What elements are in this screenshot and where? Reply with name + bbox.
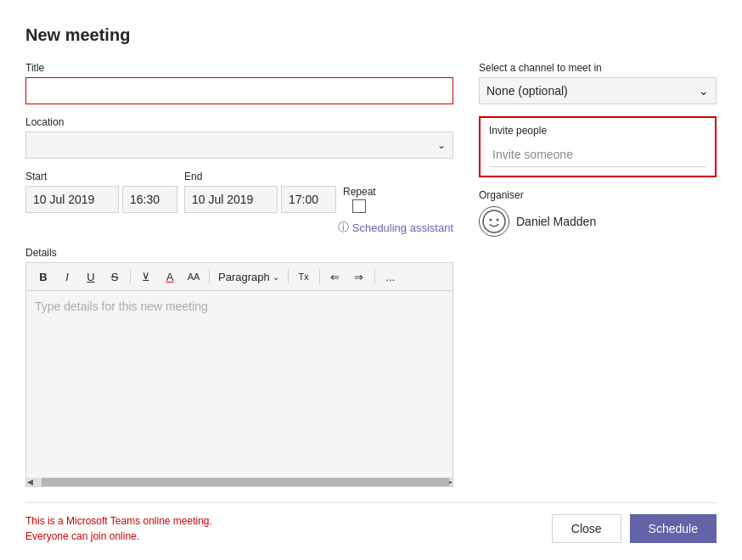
chevron-down-icon: ⌄ [699,84,709,98]
increase-indent-button[interactable]: ⇒ [349,266,369,287]
underline-button[interactable]: U [81,266,101,287]
clock-icon: ⓘ [338,220,349,235]
end-date-picker[interactable]: 10 Jul 2019 [184,186,278,213]
avatar [479,206,509,237]
font-color-button[interactable]: A [160,266,180,287]
start-group: Start 10 Jul 2019 16:30 [25,171,177,213]
italic-button[interactable]: I [57,266,77,287]
repeat-group: Repeat [343,186,376,213]
channel-label: Select a channel to meet in [479,62,717,74]
scroll-left-arrow[interactable]: ◀ [26,479,33,485]
start-label: Start [25,171,177,182]
location-field-group: Location ⌄ [25,116,453,159]
channel-select[interactable]: None (optional) ⌄ [479,77,717,104]
organiser-info: Daniel Madden [479,206,717,237]
editor-body[interactable]: Type details for this new meeting [26,291,453,478]
datetime-row: Start 10 Jul 2019 16:30 End 10 Jul 2019 … [25,171,453,213]
repeat-label: Repeat [343,186,376,198]
repeat-checkbox[interactable] [352,199,366,213]
page-title: New meeting [25,25,717,45]
start-time-picker[interactable]: 16:30 [122,186,177,213]
svg-point-0 [483,210,505,232]
close-button[interactable]: Close [552,514,621,543]
left-column: Title Location ⌄ Start 10 Jul 2019 16:30 [25,62,453,487]
end-time-picker[interactable]: 17:00 [281,186,336,213]
footer: This is a Microsoft Teams online meeting… [25,502,717,544]
svg-point-2 [497,219,499,221]
organiser-name: Daniel Madden [516,215,596,228]
editor-toolbar: B I U S ⊻ A AA Paragraph ⌄ [26,263,453,291]
schedule-button[interactable]: Schedule [630,514,717,543]
title-input[interactable] [25,77,453,104]
start-date-picker[interactable]: 10 Jul 2019 [25,186,119,213]
teams-notice: This is a Microsoft Teams online meeting… [25,513,246,544]
horizontal-scrollbar[interactable]: ◀ ▶ [26,478,453,486]
invite-input[interactable] [489,142,706,167]
new-meeting-dialog: New meeting Title Location ⌄ Start [0,0,742,560]
location-select[interactable]: ⌄ [25,132,453,159]
paragraph-dropdown[interactable]: Paragraph ⌄ [215,271,283,283]
paragraph-label: Paragraph [218,271,270,283]
svg-point-1 [490,219,492,221]
organiser-label: Organiser [479,189,717,201]
end-label: End [184,171,336,182]
toolbar-divider-2 [209,269,210,284]
title-label: Title [25,62,453,74]
title-field-group: Title [25,62,453,104]
end-group: End 10 Jul 2019 17:00 [184,171,336,213]
toolbar-divider-3 [288,269,289,284]
toolbar-divider-1 [130,269,131,284]
chevron-down-icon: ⌄ [273,272,279,282]
font-size-button[interactable]: AA [183,266,204,287]
bold-button[interactable]: B [33,266,53,287]
details-label: Details [25,247,453,259]
strikethrough-button[interactable]: S [104,266,125,287]
location-label: Location [25,116,453,128]
toolbar-divider-5 [374,269,375,284]
details-placeholder: Type details for this new meeting [35,300,208,313]
toolbar-divider-4 [319,269,320,284]
decrease-indent-button[interactable]: ⇐ [325,266,346,287]
highlight-button[interactable]: ⊻ [136,266,156,287]
organiser-section: Organiser Daniel Madden [479,189,717,237]
invite-people-section: Invite people [479,116,717,177]
editor-container: B I U S ⊻ A AA Paragraph ⌄ [25,262,453,487]
right-column: Select a channel to meet in None (option… [479,62,717,487]
scroll-thumb[interactable] [42,478,449,486]
scheduling-assistant-link[interactable]: ⓘ Scheduling assistant [25,220,453,235]
invite-label: Invite people [489,125,706,137]
scheduling-assistant-label: Scheduling assistant [352,221,453,234]
scroll-track[interactable] [33,478,446,486]
chevron-down-icon: ⌄ [437,139,446,151]
channel-section: Select a channel to meet in None (option… [479,62,717,104]
more-options-button[interactable]: ... [380,266,401,287]
channel-value: None (optional) [486,84,568,98]
clear-format-button[interactable]: Tx [294,266,314,287]
details-section: Details B I U S ⊻ A AA Paragraph [25,247,453,487]
footer-buttons: Close Schedule [552,514,717,543]
